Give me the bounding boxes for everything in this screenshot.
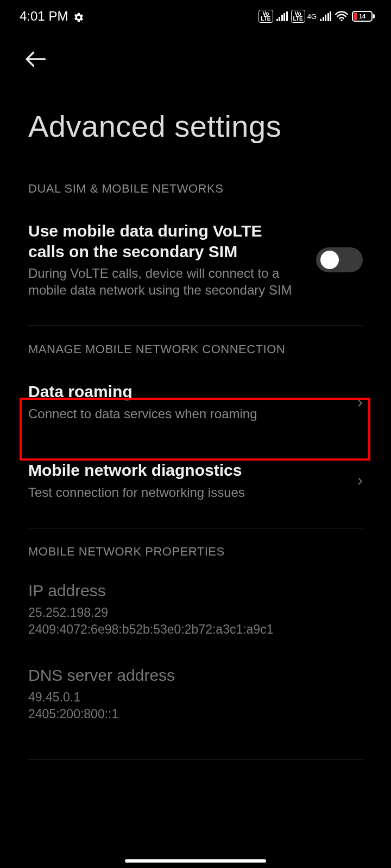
svg-point-0	[340, 20, 342, 21]
chevron-right-icon: ›	[357, 471, 363, 489]
row-subtitle: Test connection for networking issues	[28, 484, 343, 501]
row-title: Data roaming	[28, 381, 343, 402]
prop-title: DNS server address	[28, 666, 363, 685]
page-title: Advanced settings	[0, 73, 391, 165]
ip-address-row: IP address 25.252.198.29 2409:4072:6e98:…	[0, 569, 391, 642]
row-title: Mobile network diagnostics	[28, 460, 343, 481]
network-diagnostics-row[interactable]: Mobile network diagnostics Test connecti…	[0, 438, 391, 517]
dns-address-row: DNS server address 49.45.0.1 2405:200:80…	[0, 642, 391, 727]
ip-v6: 2409:4072:6e98:b52b:53e0:2b72:a3c1:a9c1	[28, 621, 363, 638]
signal-icon	[276, 11, 288, 21]
row-subtitle: Connect to data services when roaming	[28, 405, 343, 422]
dns-v4: 49.45.0.1	[28, 689, 363, 706]
section-header-manage-network: MANAGE MOBILE NETWORK CONNECTION	[0, 326, 391, 366]
data-roaming-row[interactable]: Data roaming Connect to data services wh…	[0, 366, 391, 438]
row-subtitle: During VoLTE calls, device will connect …	[28, 265, 302, 298]
chevron-right-icon: ›	[357, 393, 363, 411]
volte-icon: Vo LTE	[258, 10, 273, 23]
row-title: Use mobile data during VoLTE calls on th…	[28, 221, 302, 261]
volte-icon: Vo LTE	[291, 10, 305, 23]
dns-v6: 2405:200:800::1	[28, 706, 363, 723]
section-header-dualsim: DUAL SIM & MOBILE NETWORKS	[0, 165, 391, 206]
back-icon[interactable]	[24, 63, 47, 72]
volte-data-toggle-row[interactable]: Use mobile data during VoLTE calls on th…	[0, 206, 391, 315]
home-indicator[interactable]	[125, 859, 266, 863]
settings-sync-icon	[73, 11, 84, 22]
battery-icon: 14	[352, 11, 375, 22]
prop-title: IP address	[28, 582, 363, 600]
status-time: 4:01 PM	[20, 9, 68, 24]
volte-data-toggle[interactable]	[316, 247, 363, 272]
section-header-network-props: MOBILE NETWORK PROPERTIES	[0, 528, 391, 569]
divider	[28, 760, 363, 760]
network-type-label: 4G	[307, 14, 317, 20]
wifi-icon	[335, 10, 349, 22]
signal-icon	[320, 11, 331, 21]
status-bar: 4:01 PM Vo LTE Vo LTE 4G 14	[0, 0, 391, 33]
ip-v4: 25.252.198.29	[28, 604, 363, 621]
